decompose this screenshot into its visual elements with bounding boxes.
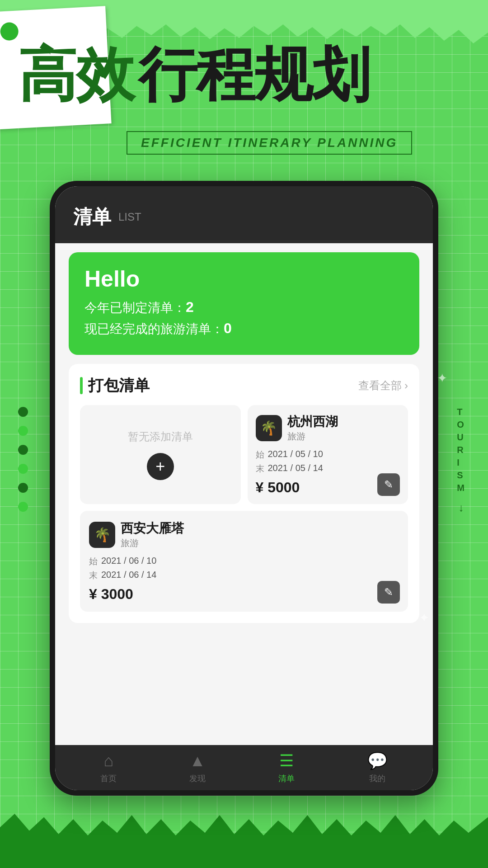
end-label-xian: 末 [89,570,98,581]
section-title-row: 打包清单 [80,375,150,396]
nav-list[interactable]: ☰ 清单 [278,751,295,784]
nav-home-label: 首页 [100,773,117,784]
side-arrow: ↓ [459,501,464,514]
add-icon: + [155,457,165,476]
card-hangzhou-type: 旅游 [287,430,338,443]
title-planning: 行程规划 [138,45,370,104]
nav-discover[interactable]: ▲ 发现 [189,751,206,784]
side-char-t: T [457,407,465,417]
app-header: 清单 LIST [55,186,433,243]
app-title-english: LIST [118,211,141,223]
side-chars: T O U R I S M [457,407,465,493]
hello-stat-2: 现已经完成的旅游清单：0 [84,320,404,338]
side-dot-1 [18,407,28,417]
card-hangzhou-header: 🌴 杭州西湖 旅游 [256,413,400,443]
sparkle-1: ✦ [437,371,447,386]
discover-icon: ▲ [189,751,206,770]
side-char-s: S [457,470,465,481]
hello-stat-1: 今年已制定清单：2 [84,299,404,316]
bottom-navigation: ⌂ 首页 ▲ 发现 ☰ 清单 💬 我的 [55,745,433,790]
nav-profile[interactable]: 💬 我的 [367,751,388,784]
end-date-xian: 2021 / 06 / 14 [101,570,156,581]
list-icon: ☰ [279,751,294,770]
card-xian-name: 西安大雁塔 [121,520,184,537]
nav-list-label: 清单 [278,773,295,784]
card-hangzhou-name: 杭州西湖 [287,413,338,430]
title-efficient: 高效 [18,45,134,104]
nav-home[interactable]: ⌂ 首页 [100,751,117,784]
home-icon: ⌂ [104,751,114,770]
card-empty: 暂无添加清单 + [80,405,241,504]
sticky-dot [0,22,19,41]
cards-grid-top: 暂无添加清单 + 🌴 杭州西湖 旅游 始 [80,405,408,504]
subtitle-text: EFFICIENT ITINERARY PLANNING [141,136,398,150]
side-dot-3 [18,445,28,455]
card-xian-start: 始 2021 / 06 / 10 [89,556,399,567]
side-text-vertical: T O U R I S M ↓ [457,407,465,514]
see-all-label: 查看全部 [358,378,402,393]
card-xian-header: 🌴 西安大雁塔 旅游 [89,520,399,549]
hello-stat2-label: 现已经完成的旅游清单： [84,322,224,336]
card-hangzhou-info: 杭州西湖 旅游 [287,413,338,443]
subtitle-box: EFFICIENT ITINERARY PLANNING [127,131,412,155]
app-title-chinese: 清单 [73,204,111,230]
side-dots [18,407,28,512]
section-bar [80,377,83,394]
hello-stat2-value: 0 [224,320,232,336]
side-char-u: U [457,432,465,443]
card-hangzhou-start: 始 2021 / 05 / 10 [256,449,400,461]
end-label-hangzhou: 末 [256,463,264,475]
section-title: 打包清单 [88,375,150,396]
hello-stat1-label: 今年已制定清单： [84,301,186,315]
card-xian-price: ¥ 3000 [89,586,399,603]
card-xian-type: 旅游 [121,537,184,549]
phone-screen: 清单 LIST Hello 今年已制定清单：2 现已经完成的旅游清单：0 打包清… [55,186,433,790]
side-char-o: O [457,420,465,430]
empty-card-text: 暂无添加清单 [128,429,193,444]
section-packing-list: 打包清单 查看全部 › 暂无添加清单 + [69,364,419,623]
side-char-m: M [457,483,465,493]
start-date-xian: 2021 / 06 / 10 [101,556,156,567]
end-date-hangzhou: 2021 / 05 / 14 [268,463,323,475]
hello-greeting: Hello [84,266,404,292]
phone-mockup: 清单 LIST Hello 今年已制定清单：2 现已经完成的旅游清单：0 打包清… [50,181,438,796]
card-xian-info: 西安大雁塔 旅游 [121,520,184,549]
edit-xian-button[interactable]: ✎ [377,581,400,604]
edit-hangzhou-button[interactable]: ✎ [377,473,400,496]
card-xian-end: 末 2021 / 06 / 14 [89,570,399,581]
side-dot-6 [18,502,28,512]
side-char-r: R [457,445,465,455]
card-hangzhou-end: 末 2021 / 05 / 14 [256,463,400,475]
side-dot-2 [18,426,28,436]
side-char-i: I [457,458,465,468]
profile-icon: 💬 [367,751,388,770]
section-header: 打包清单 查看全部 › [80,375,408,396]
start-date-hangzhou: 2021 / 05 / 10 [268,449,323,461]
card-hangzhou[interactable]: 🌴 杭州西湖 旅游 始 2021 / 05 / 10 末 2021 / 05 /… [248,405,408,504]
side-dot-5 [18,483,28,493]
sparkle-2: ✦ [419,610,429,625]
side-dot-4 [18,464,28,474]
start-label-xian: 始 [89,556,98,567]
main-title-area: 高效 行程规划 [18,45,370,104]
edit-hangzhou-icon: ✎ [384,478,393,491]
edit-xian-icon: ✎ [384,586,393,599]
see-all-button[interactable]: 查看全部 › [358,378,408,393]
hello-card: Hello 今年已制定清单：2 现已经完成的旅游清单：0 [69,252,419,355]
start-label-hangzhou: 始 [256,449,264,461]
card-xian-icon: 🌴 [89,522,115,548]
add-button[interactable]: + [147,453,174,480]
card-hangzhou-icon: 🌴 [256,415,282,441]
nav-discover-label: 发现 [189,773,206,784]
nav-profile-label: 我的 [369,773,385,784]
hello-stat1-value: 2 [186,299,194,315]
card-xian[interactable]: 🌴 西安大雁塔 旅游 始 2021 / 06 / 10 末 2021 / 06 … [80,511,408,612]
chevron-right-icon: › [404,379,408,392]
